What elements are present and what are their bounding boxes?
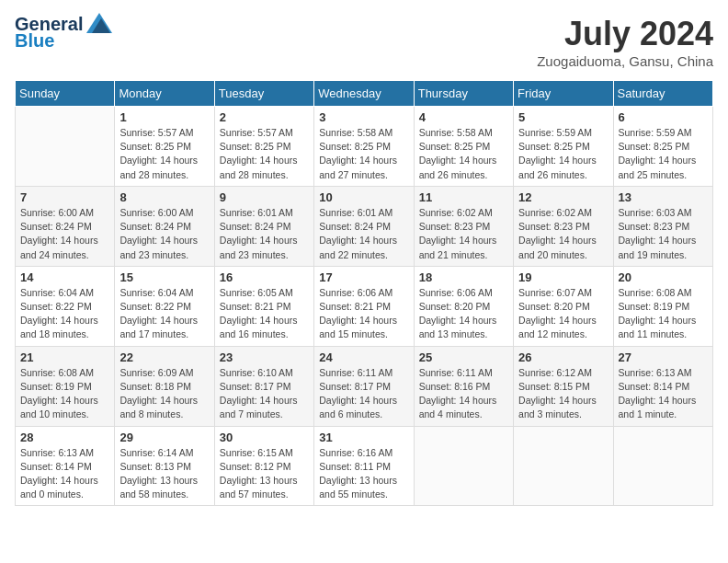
day-number: 11 bbox=[419, 190, 508, 204]
calendar-day-header: Monday bbox=[115, 81, 214, 107]
calendar-cell: 22Sunrise: 6:09 AMSunset: 8:18 PMDayligh… bbox=[115, 346, 214, 426]
day-number: 14 bbox=[20, 270, 109, 284]
day-info: Sunrise: 5:58 AMSunset: 8:25 PMDaylight:… bbox=[319, 126, 408, 182]
location-text: Zuogaiduoma, Gansu, China bbox=[537, 53, 713, 69]
day-info: Sunrise: 6:09 AMSunset: 8:18 PMDaylight:… bbox=[119, 366, 209, 422]
day-number: 3 bbox=[319, 110, 408, 124]
day-number: 17 bbox=[319, 270, 408, 284]
calendar-day-header: Sunday bbox=[16, 81, 115, 107]
day-number: 12 bbox=[518, 190, 608, 204]
calendar-cell: 6Sunrise: 5:59 AMSunset: 8:25 PMDaylight… bbox=[613, 107, 712, 187]
day-info: Sunrise: 6:15 AMSunset: 8:12 PMDaylight:… bbox=[220, 446, 309, 502]
day-info: Sunrise: 6:13 AMSunset: 8:14 PMDaylight:… bbox=[20, 446, 109, 502]
day-info: Sunrise: 6:16 AMSunset: 8:11 PMDaylight:… bbox=[319, 446, 408, 502]
calendar-cell: 16Sunrise: 6:05 AMSunset: 8:21 PMDayligh… bbox=[214, 266, 313, 346]
calendar-week-row: 14Sunrise: 6:04 AMSunset: 8:22 PMDayligh… bbox=[16, 266, 713, 346]
calendar-cell: 20Sunrise: 6:08 AMSunset: 8:19 PMDayligh… bbox=[613, 266, 712, 346]
day-number: 23 bbox=[220, 350, 309, 364]
calendar-cell: 11Sunrise: 6:02 AMSunset: 8:23 PMDayligh… bbox=[414, 186, 513, 266]
day-info: Sunrise: 6:03 AMSunset: 8:23 PMDaylight:… bbox=[619, 206, 708, 262]
calendar-week-row: 7Sunrise: 6:00 AMSunset: 8:24 PMDaylight… bbox=[16, 186, 713, 266]
day-number: 21 bbox=[20, 350, 109, 364]
calendar-cell bbox=[514, 426, 613, 506]
day-info: Sunrise: 5:57 AMSunset: 8:25 PMDaylight:… bbox=[220, 126, 309, 182]
day-info: Sunrise: 6:04 AMSunset: 8:22 PMDaylight:… bbox=[20, 286, 109, 342]
calendar-cell: 18Sunrise: 6:06 AMSunset: 8:20 PMDayligh… bbox=[414, 266, 513, 346]
day-info: Sunrise: 5:58 AMSunset: 8:25 PMDaylight:… bbox=[419, 126, 508, 182]
calendar-cell: 25Sunrise: 6:11 AMSunset: 8:16 PMDayligh… bbox=[414, 346, 513, 426]
calendar-day-header: Saturday bbox=[613, 81, 712, 107]
calendar-cell: 29Sunrise: 6:14 AMSunset: 8:13 PMDayligh… bbox=[115, 426, 214, 506]
day-info: Sunrise: 6:01 AMSunset: 8:24 PMDaylight:… bbox=[319, 206, 408, 262]
calendar-cell: 13Sunrise: 6:03 AMSunset: 8:23 PMDayligh… bbox=[613, 186, 712, 266]
day-number: 5 bbox=[518, 110, 608, 124]
day-info: Sunrise: 6:08 AMSunset: 8:19 PMDaylight:… bbox=[619, 286, 708, 342]
calendar-cell: 26Sunrise: 6:12 AMSunset: 8:15 PMDayligh… bbox=[514, 346, 613, 426]
day-info: Sunrise: 6:00 AMSunset: 8:24 PMDaylight:… bbox=[20, 206, 109, 262]
calendar-cell: 8Sunrise: 6:00 AMSunset: 8:24 PMDaylight… bbox=[115, 186, 214, 266]
day-info: Sunrise: 6:11 AMSunset: 8:17 PMDaylight:… bbox=[319, 366, 408, 422]
calendar-cell: 24Sunrise: 6:11 AMSunset: 8:17 PMDayligh… bbox=[314, 346, 414, 426]
day-number: 15 bbox=[119, 270, 209, 284]
day-number: 30 bbox=[220, 431, 309, 444]
calendar-header-row: SundayMondayTuesdayWednesdayThursdayFrid… bbox=[16, 81, 713, 107]
calendar-cell: 19Sunrise: 6:07 AMSunset: 8:20 PMDayligh… bbox=[514, 266, 613, 346]
calendar-week-row: 21Sunrise: 6:08 AMSunset: 8:19 PMDayligh… bbox=[16, 346, 713, 426]
day-info: Sunrise: 6:07 AMSunset: 8:20 PMDaylight:… bbox=[518, 286, 608, 342]
calendar-cell: 9Sunrise: 6:01 AMSunset: 8:24 PMDaylight… bbox=[214, 186, 313, 266]
day-number: 31 bbox=[319, 431, 408, 444]
calendar-cell: 12Sunrise: 6:02 AMSunset: 8:23 PMDayligh… bbox=[514, 186, 613, 266]
logo-icon bbox=[86, 13, 112, 33]
day-number: 2 bbox=[220, 110, 309, 124]
day-info: Sunrise: 6:14 AMSunset: 8:13 PMDaylight:… bbox=[119, 446, 209, 502]
day-number: 10 bbox=[319, 190, 408, 204]
day-number: 26 bbox=[518, 350, 608, 364]
day-info: Sunrise: 5:59 AMSunset: 8:25 PMDaylight:… bbox=[518, 126, 608, 182]
calendar-cell: 17Sunrise: 6:06 AMSunset: 8:21 PMDayligh… bbox=[314, 266, 414, 346]
day-number: 27 bbox=[619, 350, 708, 364]
day-number: 19 bbox=[518, 270, 608, 284]
calendar-cell: 21Sunrise: 6:08 AMSunset: 8:19 PMDayligh… bbox=[16, 346, 115, 426]
calendar-cell: 14Sunrise: 6:04 AMSunset: 8:22 PMDayligh… bbox=[16, 266, 115, 346]
calendar-week-row: 28Sunrise: 6:13 AMSunset: 8:14 PMDayligh… bbox=[16, 426, 713, 506]
calendar-cell: 10Sunrise: 6:01 AMSunset: 8:24 PMDayligh… bbox=[314, 186, 414, 266]
day-info: Sunrise: 6:05 AMSunset: 8:21 PMDaylight:… bbox=[220, 286, 309, 342]
day-number: 28 bbox=[20, 431, 109, 444]
calendar-cell: 30Sunrise: 6:15 AMSunset: 8:12 PMDayligh… bbox=[214, 426, 313, 506]
day-info: Sunrise: 6:01 AMSunset: 8:24 PMDaylight:… bbox=[220, 206, 309, 262]
day-info: Sunrise: 6:13 AMSunset: 8:14 PMDaylight:… bbox=[619, 366, 708, 422]
day-number: 4 bbox=[419, 110, 508, 124]
day-info: Sunrise: 6:02 AMSunset: 8:23 PMDaylight:… bbox=[518, 206, 608, 262]
day-info: Sunrise: 6:11 AMSunset: 8:16 PMDaylight:… bbox=[419, 366, 508, 422]
day-number: 29 bbox=[119, 431, 209, 444]
calendar-cell: 31Sunrise: 6:16 AMSunset: 8:11 PMDayligh… bbox=[314, 426, 414, 506]
calendar-day-header: Tuesday bbox=[214, 81, 313, 107]
day-number: 13 bbox=[619, 190, 708, 204]
day-number: 7 bbox=[20, 190, 109, 204]
day-info: Sunrise: 5:57 AMSunset: 8:25 PMDaylight:… bbox=[119, 126, 209, 182]
calendar-cell: 28Sunrise: 6:13 AMSunset: 8:14 PMDayligh… bbox=[16, 426, 115, 506]
calendar-cell: 5Sunrise: 5:59 AMSunset: 8:25 PMDaylight… bbox=[514, 107, 613, 187]
day-number: 9 bbox=[220, 190, 309, 204]
calendar-cell bbox=[613, 426, 712, 506]
day-info: Sunrise: 6:12 AMSunset: 8:15 PMDaylight:… bbox=[518, 366, 608, 422]
day-number: 18 bbox=[419, 270, 508, 284]
calendar-cell: 3Sunrise: 5:58 AMSunset: 8:25 PMDaylight… bbox=[314, 107, 414, 187]
title-section: July 2024 Zuogaiduoma, Gansu, China bbox=[537, 15, 713, 69]
calendar-day-header: Friday bbox=[514, 81, 613, 107]
day-info: Sunrise: 6:06 AMSunset: 8:20 PMDaylight:… bbox=[419, 286, 508, 342]
month-year-title: July 2024 bbox=[537, 15, 713, 53]
calendar-cell: 4Sunrise: 5:58 AMSunset: 8:25 PMDaylight… bbox=[414, 107, 513, 187]
calendar-cell: 7Sunrise: 6:00 AMSunset: 8:24 PMDaylight… bbox=[16, 186, 115, 266]
day-info: Sunrise: 5:59 AMSunset: 8:25 PMDaylight:… bbox=[619, 126, 708, 182]
calendar-cell bbox=[16, 107, 115, 187]
calendar-cell bbox=[414, 426, 513, 506]
logo: General Blue bbox=[15, 15, 112, 50]
day-number: 20 bbox=[619, 270, 708, 284]
header: General Blue July 2024 Zuogaiduoma, Gans… bbox=[15, 15, 713, 69]
calendar-cell: 15Sunrise: 6:04 AMSunset: 8:22 PMDayligh… bbox=[115, 266, 214, 346]
calendar-cell: 2Sunrise: 5:57 AMSunset: 8:25 PMDaylight… bbox=[214, 107, 313, 187]
day-number: 6 bbox=[619, 110, 708, 124]
day-info: Sunrise: 6:00 AMSunset: 8:24 PMDaylight:… bbox=[119, 206, 209, 262]
day-info: Sunrise: 6:10 AMSunset: 8:17 PMDaylight:… bbox=[220, 366, 309, 422]
